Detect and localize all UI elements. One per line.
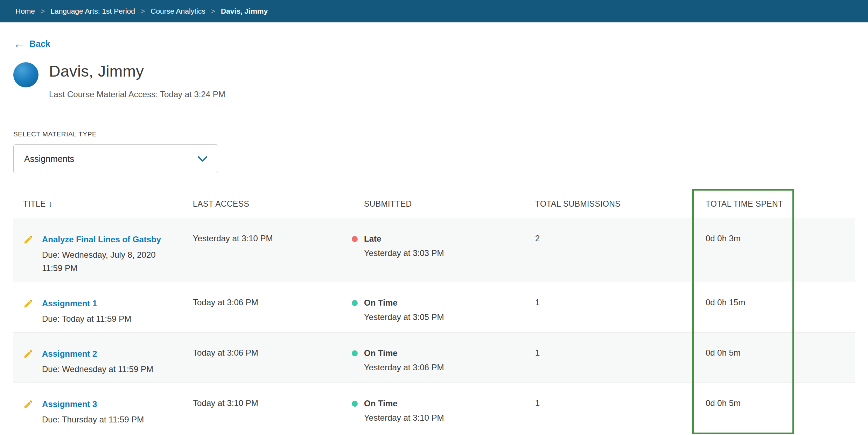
breadcrumb-separator: >: [211, 7, 215, 15]
assignments-table: TITLE↓ LAST ACCESS SUBMITTED TOTAL SUBMI…: [13, 190, 855, 433]
breadcrumb-course-analytics[interactable]: Course Analytics: [150, 7, 205, 15]
assignment-pencil-icon: [23, 298, 35, 311]
assignment-pencil-icon: [23, 234, 35, 247]
back-label: Back: [29, 39, 50, 49]
table-header-row: TITLE↓ LAST ACCESS SUBMITTED TOTAL SUBMI…: [13, 190, 855, 218]
last-course-material-access: Last Course Material Access: Today at 3:…: [49, 90, 225, 99]
last-access-value: Yesterday at 3:10 PM: [193, 234, 364, 282]
student-avatar: [13, 62, 38, 87]
student-analytics-page: Home > Language Arts: 1st Period > Cours…: [0, 0, 868, 435]
chevron-down-icon: [198, 156, 207, 162]
table-row: Assignment 3 Due: Thursday at 11:59 PM T…: [13, 383, 855, 433]
status-dot-on-time: [352, 300, 358, 306]
status-dot-late: [352, 236, 358, 242]
due-date: Due: Thursday at 11:59 PM: [42, 413, 172, 426]
column-header-last-access[interactable]: LAST ACCESS: [193, 199, 364, 209]
section-divider: [0, 114, 868, 114]
assignment-link[interactable]: Assignment 2: [42, 348, 97, 360]
assignment-link[interactable]: Assignment 1: [42, 298, 97, 309]
table-row: Analyze Final Lines of Gatsby Due: Wedne…: [13, 218, 855, 282]
material-type-dropdown[interactable]: Assignments: [13, 144, 218, 173]
submitted-time: Yesterday at 3:05 PM: [364, 312, 444, 322]
status-label: Late: [364, 234, 444, 244]
assignment-pencil-icon: [23, 349, 35, 361]
assignment-link[interactable]: Analyze Final Lines of Gatsby: [42, 234, 161, 245]
back-button[interactable]: ← Back: [13, 38, 50, 50]
status-dot-on-time: [352, 350, 358, 356]
submitted-time: Yesterday at 3:03 PM: [364, 248, 444, 258]
breadcrumb-course[interactable]: Language Arts: 1st Period: [50, 7, 135, 15]
material-type-selected-value: Assignments: [24, 154, 74, 164]
status-dot-on-time: [352, 401, 358, 407]
column-header-submitted[interactable]: SUBMITTED: [364, 199, 535, 209]
table-row: Assignment 2 Due: Wednesday at 11:59 PM …: [13, 332, 855, 383]
total-submissions-value: 1: [535, 398, 706, 433]
material-type-label: SELECT MATERIAL TYPE: [13, 130, 855, 138]
assignment-link[interactable]: Assignment 3: [42, 398, 97, 410]
submitted-time: Yesterday at 3:10 PM: [364, 413, 444, 423]
status-label: On Time: [364, 298, 444, 308]
due-date: Due: Wednesday, July 8, 2020 11:59 PM: [42, 248, 172, 275]
sort-descending-icon: ↓: [49, 199, 53, 208]
breadcrumb-current-student: Davis, Jimmy: [221, 7, 268, 15]
total-time-spent-value: 0d 0h 3m: [706, 234, 855, 282]
column-header-title[interactable]: TITLE↓: [13, 199, 193, 209]
status-label: On Time: [364, 348, 444, 358]
table-row: Assignment 1 Due: Today at 11:59 PM Toda…: [13, 282, 855, 332]
back-arrow-icon: ←: [13, 38, 25, 50]
total-time-spent-value: 0d 0h 5m: [706, 348, 855, 383]
status-label: On Time: [364, 398, 444, 409]
breadcrumb: Home > Language Arts: 1st Period > Cours…: [0, 0, 868, 22]
breadcrumb-home[interactable]: Home: [15, 7, 35, 15]
last-access-value: Today at 3:06 PM: [193, 298, 364, 332]
last-access-value: Today at 3:10 PM: [193, 398, 364, 433]
total-submissions-value: 2: [535, 234, 706, 282]
due-date: Due: Today at 11:59 PM: [42, 312, 172, 326]
last-access-value: Today at 3:06 PM: [193, 348, 364, 383]
total-time-spent-value: 0d 0h 5m: [706, 398, 855, 433]
due-date: Due: Wednesday at 11:59 PM: [42, 363, 172, 376]
breadcrumb-separator: >: [141, 7, 145, 15]
column-header-total-submissions[interactable]: TOTAL SUBMISSIONS: [535, 199, 706, 209]
total-submissions-value: 1: [535, 298, 706, 332]
total-time-spent-value: 0d 0h 15m: [706, 298, 855, 332]
breadcrumb-separator: >: [41, 7, 45, 15]
assignment-pencil-icon: [23, 399, 35, 412]
submitted-time: Yesterday at 3:06 PM: [364, 363, 444, 372]
total-submissions-value: 1: [535, 348, 706, 383]
column-header-total-time-spent[interactable]: TOTAL TIME SPENT: [706, 199, 855, 209]
page-title-student-name: Davis, Jimmy: [49, 62, 225, 80]
student-profile-header: Davis, Jimmy Last Course Material Access…: [13, 62, 855, 99]
